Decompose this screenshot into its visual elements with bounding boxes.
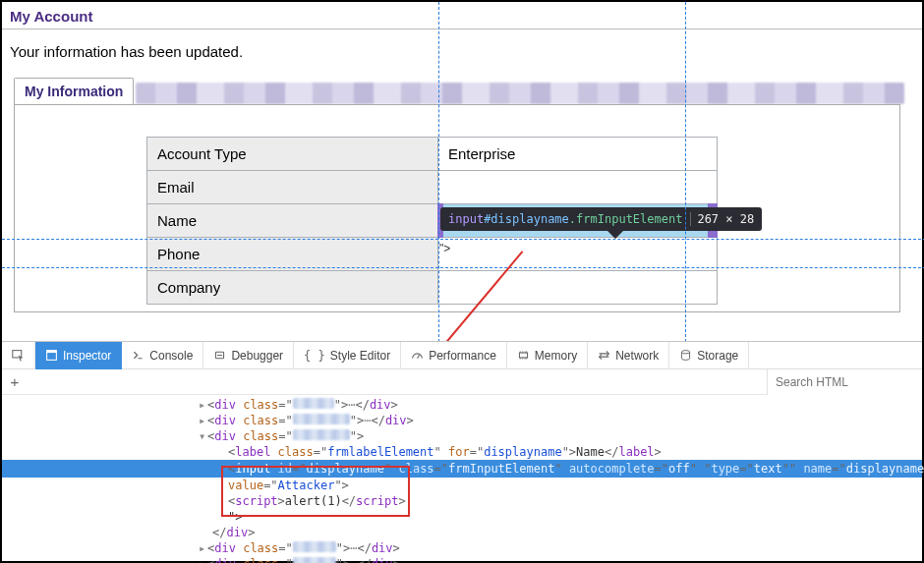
label-account-type: Account Type bbox=[147, 138, 438, 171]
devtools-tab-performance[interactable]: Performance bbox=[401, 342, 507, 369]
guide-horizontal-top bbox=[2, 239, 924, 240]
devtools-search-html[interactable] bbox=[767, 369, 922, 395]
svg-rect-4 bbox=[519, 353, 527, 358]
label-email: Email bbox=[147, 171, 438, 204]
dom-tree[interactable]: <div class="">⋯</div> <div class="">⋯</d… bbox=[2, 395, 922, 563]
devtools-tab-label: Inspector bbox=[63, 349, 111, 363]
devtools-tab-label: Memory bbox=[535, 349, 577, 363]
label-company: Company bbox=[147, 271, 438, 305]
devtools-tab-label: Console bbox=[149, 349, 193, 363]
stray-injection-chars: "> bbox=[439, 242, 450, 255]
devtools-tab-label: Style Editor bbox=[330, 349, 390, 363]
devtools-tab-label: Performance bbox=[429, 349, 496, 363]
storage-icon bbox=[679, 349, 692, 362]
value-email[interactable] bbox=[438, 171, 718, 204]
pick-element-icon bbox=[12, 349, 25, 362]
row-account-type: Account Type Enterprise bbox=[147, 138, 718, 171]
row-email: Email bbox=[147, 171, 718, 204]
network-icon bbox=[598, 349, 610, 362]
inspector-tooltip: input#displayname.frmInputElement 267 × … bbox=[440, 207, 762, 231]
console-icon bbox=[132, 349, 144, 362]
devtools-panel: Inspector Console Debugger { } Style Edi… bbox=[2, 341, 922, 561]
devtools-tab-label: Storage bbox=[697, 349, 738, 363]
dom-stray-chars: "> bbox=[2, 509, 922, 525]
guide-vertical-right bbox=[685, 2, 686, 342]
devtools-tab-label: Network bbox=[615, 349, 659, 363]
devtools-toolbar: Inspector Console Debugger { } Style Edi… bbox=[2, 342, 922, 369]
devtools-tab-inspector[interactable]: Inspector bbox=[35, 342, 122, 369]
devtools-tab-label: Debugger bbox=[231, 349, 283, 363]
devtools-tab-debugger[interactable]: Debugger bbox=[203, 342, 294, 369]
row-phone: Phone bbox=[147, 238, 718, 271]
devtools-tab-memory[interactable]: Memory bbox=[507, 342, 588, 369]
svg-point-5 bbox=[682, 351, 690, 354]
row-company: Company bbox=[147, 271, 718, 305]
value-phone[interactable] bbox=[438, 238, 718, 271]
inspector-icon bbox=[45, 349, 58, 362]
svg-rect-2 bbox=[47, 351, 57, 353]
value-account-type: Enterprise bbox=[438, 138, 718, 171]
label-phone: Phone bbox=[147, 238, 438, 271]
tabs-blurred bbox=[136, 83, 904, 104]
dom-selected-input[interactable]: <input id="displayname" class="frmInputE… bbox=[2, 460, 922, 478]
tooltip-id: #displayname bbox=[484, 212, 569, 226]
performance-icon bbox=[411, 349, 424, 362]
tooltip-class: .frmInputElement bbox=[569, 212, 683, 226]
devtools-tab-console[interactable]: Console bbox=[122, 342, 203, 369]
flash-message: Your information has been updated. bbox=[2, 29, 922, 78]
annotation-red-box bbox=[221, 466, 410, 517]
debugger-icon bbox=[213, 349, 226, 362]
devtools-add-tab[interactable]: + bbox=[2, 373, 28, 390]
devtools-pick-element[interactable] bbox=[2, 342, 35, 369]
devtools-tab-storage[interactable]: Storage bbox=[669, 342, 749, 369]
tooltip-dims: 267 × 28 bbox=[690, 212, 754, 226]
tab-my-information[interactable]: My Information bbox=[14, 78, 134, 104]
devtools-tab-network[interactable]: Network bbox=[588, 342, 669, 369]
memory-icon bbox=[517, 349, 530, 362]
tooltip-tag: input bbox=[448, 212, 484, 226]
guide-horizontal-bottom bbox=[2, 267, 924, 268]
guide-vertical-left bbox=[438, 2, 439, 342]
label-name: Name bbox=[147, 204, 438, 238]
page-title: My Account bbox=[2, 2, 922, 29]
devtools-tab-style-editor[interactable]: { } Style Editor bbox=[294, 342, 401, 369]
